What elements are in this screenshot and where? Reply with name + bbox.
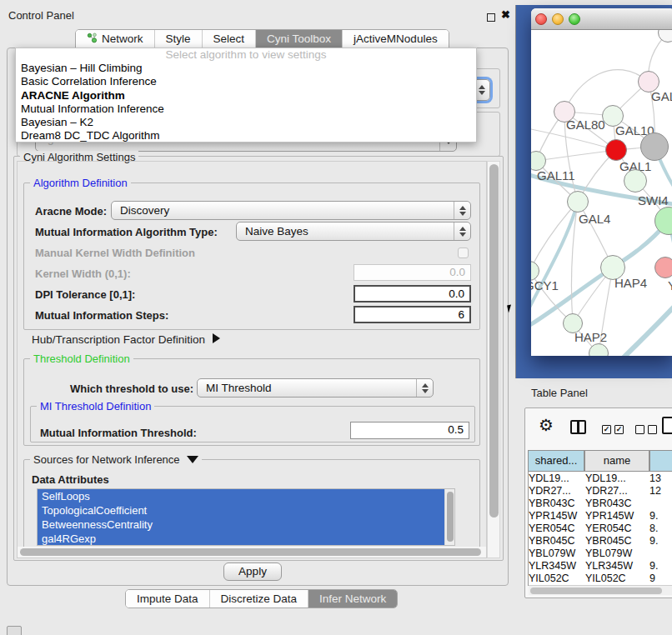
threshold-definition-title: Threshold Definition (30, 352, 133, 365)
column-header-name[interactable]: name (584, 450, 649, 472)
algorithm-option[interactable]: Bayesian – K2 (16, 116, 476, 129)
mi-algorithm-type-label: Mutual Information Algorithm Type: (35, 226, 218, 238)
minimize-traffic-light[interactable] (552, 13, 564, 25)
attribute-list-item[interactable]: BetweennessCentrality (38, 518, 444, 532)
algorithm-option[interactable]: Bayesian – Hill Climbing (16, 62, 476, 75)
which-threshold-label: Which threshold to use: (70, 382, 193, 395)
table-row[interactable]: YBR043CYBR043C (525, 498, 672, 510)
table-row[interactable]: YDL19...YDL19...13 (525, 472, 672, 485)
unchecked-checkbox-icon[interactable] (648, 425, 657, 434)
table-cell: YIL052C (529, 572, 582, 584)
split-columns-icon[interactable] (570, 420, 586, 434)
algorithm-option[interactable]: Dream8 DC_TDC Algorithm (16, 129, 476, 142)
network-node-mid[interactable] (624, 169, 647, 192)
network-node-label: GAL11 (537, 168, 575, 182)
table-cell: 8. (649, 522, 672, 534)
table-cell: YBR045C (529, 535, 582, 547)
network-node-label: GAL (651, 89, 672, 103)
column-header-shared[interactable]: shared... (528, 450, 584, 472)
table-panel-title: Table Panel (531, 387, 588, 399)
algorithm-option[interactable]: Mutual Information Inference (16, 102, 476, 116)
table-row[interactable]: YLR345WYLR345W9. (525, 560, 672, 572)
table-row[interactable]: YIL052CYIL052C9 (525, 572, 672, 585)
network-node-gal4[interactable] (567, 191, 589, 212)
table-cell: YDL19... (529, 472, 582, 484)
apply-button[interactable]: Apply (223, 562, 282, 581)
table-row[interactable]: YER054CYER054C8. (525, 522, 672, 535)
table-cell: YBR043C (585, 498, 647, 509)
attribute-list-item[interactable]: SelfLoops (38, 489, 444, 503)
dpi-tolerance-input[interactable]: 0.0 (354, 285, 471, 302)
network-graph-icon (87, 32, 98, 46)
mi-threshold-input[interactable]: 0.5 (350, 422, 469, 439)
table-cell: YBL079W (529, 548, 582, 559)
table-cell: YBL079W (585, 548, 647, 559)
column-header-extra[interactable] (649, 450, 672, 472)
table-row[interactable]: YBL079WYBL079W (525, 548, 672, 560)
algorithm-option[interactable]: ARACNE Algorithm (16, 89, 476, 102)
unchecked-checkbox-icon[interactable] (635, 425, 644, 434)
which-threshold-combobox[interactable]: MI Threshold (197, 378, 434, 398)
settings-horizontal-scrollbar-thumb[interactable] (20, 548, 481, 556)
tab-discretize-data[interactable]: Discretize Data (210, 590, 309, 608)
list-scrollbar[interactable] (444, 489, 454, 545)
settings-vertical-scrollbar-thumb[interactable] (489, 164, 499, 518)
kernel-width-input[interactable]: 0.0 (354, 264, 471, 281)
tab-jactivemnodules[interactable]: jActiveMNodules (343, 30, 449, 48)
table-horizontal-scrollbar-thumb[interactable] (530, 588, 662, 594)
network-canvas[interactable]: GALGAL80GAL10GAL1GAL11SWI4GAL4GCY1HAP4YH… (531, 30, 672, 356)
combo-spinner-icon (454, 202, 470, 219)
manual-kernel-width-label: Manual Kernel Width Definition (35, 247, 195, 259)
mi-steps-input[interactable]: 6 (354, 306, 471, 323)
checked-checkbox-icon[interactable]: ✓ (614, 425, 624, 434)
table-row[interactable]: YBR045CYBR045C9. (525, 535, 672, 548)
tab-style[interactable]: Style (155, 30, 203, 48)
attribute-list-item[interactable]: TopologicalCoefficient (38, 503, 444, 518)
mi-threshold-definition-title: MI Threshold Definition (37, 400, 154, 412)
table-cell: YLR345W (585, 560, 647, 572)
network-node-label: GAL80 (566, 118, 605, 132)
close-icon[interactable]: ✖ (501, 8, 510, 21)
table-row[interactable]: YDR27...YDR27...12 (525, 485, 672, 498)
manual-kernel-width-checkbox[interactable] (458, 248, 469, 258)
tab-infer-network[interactable]: Infer Network (308, 590, 397, 608)
control-panel-tabbar: Network Style Select Cyni Toolbox jActiv… (75, 29, 449, 48)
tab-impute-data[interactable]: Impute Data (126, 590, 210, 608)
table-cell: YER054C (585, 522, 647, 534)
tab-cyni-toolbox[interactable]: Cyni Toolbox (256, 30, 343, 48)
docked-panel-icon[interactable] (7, 626, 22, 635)
list-scrollbar-thumb[interactable] (447, 492, 454, 542)
close-traffic-light[interactable] (535, 13, 547, 25)
screen: Control Panel ✖ Network Style Select Cyn… (0, 0, 672, 635)
mi-algorithm-type-combobox[interactable]: Naive Bayes (236, 222, 471, 241)
file-icon[interactable] (662, 417, 672, 434)
tab-select[interactable]: Select (203, 30, 257, 48)
kernel-width-label: Kernel Width (0,1): (35, 268, 131, 280)
data-attributes-list: SelfLoopsTopologicalCoefficientBetweenne… (37, 488, 455, 546)
attribute-list-item[interactable]: gal4RGexp (38, 532, 444, 546)
hub-transcription-toggle[interactable]: Hub/Transcription Factor Definition (32, 333, 220, 346)
gear-icon[interactable]: ⚙ (539, 415, 554, 435)
table-row[interactable]: YPR145WYPR145W9. (525, 510, 672, 522)
table-cell: YPR145W (529, 510, 582, 522)
algorithm-options-list: Bayesian – Hill ClimbingBasic Correlatio… (16, 62, 476, 143)
dpi-tolerance-label: DPI Tolerance [0,1]: (35, 288, 135, 301)
float-window-icon[interactable] (487, 13, 495, 22)
table-cell: YIL052C (585, 572, 647, 584)
checked-checkbox-icon[interactable]: ✓ (602, 425, 611, 434)
algorithm-option[interactable]: Basic Correlation Inference (16, 75, 476, 88)
zoom-traffic-light[interactable] (569, 13, 580, 25)
tab-network[interactable]: Network (76, 30, 155, 48)
network-node-gray[interactable] (640, 132, 669, 161)
expand-arrow-icon (213, 333, 220, 343)
sources-toggle[interactable]: Sources for Network Inference (30, 453, 202, 466)
table-horizontal-scrollbar[interactable] (529, 585, 672, 595)
aracne-mode-label: Aracne Mode: (35, 205, 107, 218)
collapse-arrow-icon (187, 456, 198, 463)
dropdown-placeholder: Select algorithm to view settings (16, 48, 476, 62)
network-node-gal1[interactable] (605, 139, 627, 161)
network-node-salmon[interactable] (654, 257, 672, 278)
table-cell: 13 (649, 472, 672, 484)
aracne-mode-combobox[interactable]: Discovery (111, 201, 471, 220)
network-window-titlebar[interactable] (531, 8, 672, 30)
